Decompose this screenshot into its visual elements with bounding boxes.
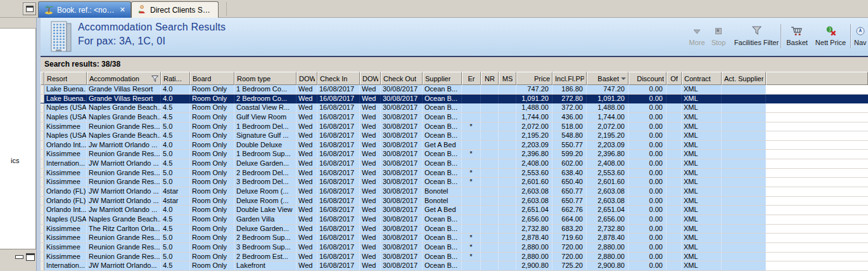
table-row[interactable]: KissimmeeReunion Grande Res...5.0Room On…	[41, 178, 868, 187]
column-header-discount[interactable]: Discount	[629, 72, 667, 85]
cell-price: 2,900.80	[516, 261, 552, 270]
column-header-board[interactable]: Board	[190, 72, 234, 85]
table-row[interactable]: KissimmeeReunion Grande Res...5.0Room On…	[41, 234, 868, 243]
table-row[interactable]: KissimmeeReunion Grande Res...5.0Room On…	[41, 150, 868, 159]
cell-check-in: 16/08/2017	[317, 187, 360, 196]
cell-er: *	[462, 169, 481, 178]
cell-of	[667, 225, 682, 234]
column-header-er[interactable]: Er	[462, 72, 481, 85]
table-row[interactable]: KissimmeeReunion Grande Res...5.0Room On…	[41, 243, 868, 253]
cell-nr	[481, 122, 499, 131]
stop-label: Stop	[712, 39, 726, 46]
table-row[interactable]: Naples (USA)Naples Grande Beach...4.5Roo…	[41, 131, 868, 141]
table-row[interactable]: Internation...JW Marriott Orlando ...4.5…	[41, 159, 868, 169]
cell-board: Room Only	[190, 243, 234, 252]
cell-dow-out: Wed	[360, 215, 381, 224]
table-row[interactable]: Lake Buena...Grande Villas Resort4.0Room…	[41, 95, 868, 104]
column-header-supplier[interactable]: Supplier	[423, 72, 462, 85]
restore-window-icon	[26, 6, 34, 12]
cell-basket: 2,656.00	[587, 215, 629, 224]
table-row[interactable]: Orlando (FL)JW Marriott Orlando ...4star…	[41, 187, 868, 197]
cell-rating: 4.5	[161, 159, 190, 168]
column-header-rating[interactable]: Rati...	[161, 72, 190, 85]
tab-direct-clients-search[interactable]: Direct Clients Search	[131, 1, 219, 18]
cell-check-in: 16/08/2017	[317, 113, 360, 122]
restore-panel-button[interactable]	[23, 3, 36, 15]
cell-rating: 4.5	[161, 131, 190, 140]
facilities-filter-button[interactable]: Facilities Filter	[729, 25, 784, 46]
cell-room-type: 1 Bedroom Del...	[234, 122, 297, 131]
column-header-basket[interactable]: Basket	[587, 72, 629, 85]
column-header-resort[interactable]: Resort	[44, 72, 87, 85]
cell-basket: 2,396.80	[587, 150, 629, 159]
cell-ms	[499, 122, 516, 131]
cell-resort: Kissimmee	[44, 169, 87, 178]
cell-check-out: 30/08/2017	[381, 95, 423, 103]
table-row[interactable]: Internation...JW Marriott Orlando...4.5R…	[41, 261, 868, 271]
cell-ms	[499, 103, 516, 112]
column-header-contract[interactable]: Contract	[682, 72, 722, 85]
nett-price-button[interactable]: Nett Price	[812, 25, 849, 46]
table-row[interactable]: Naples (USA)Naples Grande Beach...4.5Roo…	[41, 103, 868, 113]
cell-act-supplier	[722, 85, 766, 94]
column-header-of[interactable]: Of	[667, 72, 682, 85]
cell-check-in: 16/08/2017	[317, 225, 360, 234]
close-icon[interactable]: ✕	[120, 6, 125, 14]
cell-incl-fl-pp: 186.80	[552, 85, 587, 94]
cell-incl-fl-pp: 720.00	[552, 243, 587, 252]
table-row[interactable]: Lake Buena...Grande Villas Resort4.0Room…	[41, 85, 868, 95]
column-header-price[interactable]: Price	[516, 72, 552, 85]
column-header-ms[interactable]: MS	[499, 72, 516, 85]
cell-dow-out: Wed	[360, 85, 381, 94]
minimize-icon[interactable]	[15, 255, 23, 259]
column-header-dow-out[interactable]: DOW	[360, 72, 381, 85]
table-row[interactable]: Orlando (FL)JW Marriott Orlando ...4star…	[41, 197, 868, 206]
cell-room-type: Deluxe Garden...	[234, 225, 297, 234]
table-row[interactable]: Orlando Int...Jw Marriott Orlando ...4.0…	[41, 141, 868, 150]
table-row[interactable]: KissimmeeReunion Grande Res...5.0Room On…	[41, 253, 868, 262]
table-row[interactable]: KissimmeeReunion Grande Res...5.0Room On…	[41, 169, 868, 178]
column-header-nr[interactable]: NR	[481, 72, 499, 85]
cell-check-in: 16/08/2017	[317, 178, 360, 187]
application-window: Book. ref.: <none> ✕ Direct Clients Sear…	[0, 0, 868, 271]
filter-funnel-icon[interactable]	[151, 76, 158, 82]
table-row[interactable]: Orlando Int...Jw Marriott Orlando ...4.0…	[41, 206, 868, 215]
basket-button[interactable]: Basket	[783, 25, 811, 46]
cell-check-out: 30/08/2017	[381, 103, 423, 112]
cell-resort: Lake Buena...	[44, 85, 87, 94]
cell-nr	[481, 197, 499, 206]
column-header-check-out[interactable]: Check Out	[381, 72, 423, 85]
cell-rating: 4star	[161, 197, 190, 206]
panel-splitter[interactable]	[36, 18, 41, 271]
column-header-room-type[interactable]: Room type	[234, 72, 297, 85]
table-row[interactable]: Naples (USA)Naples Grande Beach...4.5Roo…	[41, 113, 868, 122]
column-header-check-in[interactable]: Check In	[317, 72, 360, 85]
column-header-act-supplier[interactable]: Act. Supplier	[722, 72, 766, 85]
cell-basket: 2,601.60	[587, 178, 629, 187]
cell-nr	[481, 234, 499, 242]
navigate-button[interactable]: Nav	[854, 25, 868, 46]
row-filler	[766, 261, 868, 270]
basket-label: Basket	[786, 39, 808, 46]
cell-supplier: Ocean B...	[423, 103, 462, 112]
column-header-dow-in[interactable]: DOW	[297, 72, 317, 85]
tab-booking-ref[interactable]: Book. ref.: <none> ✕	[38, 1, 131, 18]
table-row[interactable]: KissimmeeThe Ritz Carlton Orla...4.5Room…	[41, 225, 868, 234]
column-header-incl-fl-pp[interactable]: Incl.Fl.PP	[552, 72, 587, 85]
cell-resort: Kissimmee	[44, 150, 87, 159]
maximize-icon[interactable]	[26, 253, 35, 261]
row-filler	[766, 253, 868, 261]
table-row[interactable]: KissimmeeReunion Grande Res...5.0Room On…	[41, 122, 868, 132]
column-header-accommodation[interactable]: Accommodation	[87, 72, 161, 85]
cell-accommodation: The Ritz Carlton Orla...	[87, 225, 161, 234]
table-row[interactable]: Naples (USA)Naples Grande Beach...4.5Roo…	[41, 215, 868, 225]
cell-dow-in: Wed	[297, 234, 317, 242]
row-filler	[766, 243, 868, 252]
cell-supplier: Ocean B...	[423, 178, 462, 187]
cell-incl-fl-pp: 664.00	[552, 215, 587, 224]
cell-rating: 5.0	[161, 243, 190, 252]
cell-basket: 1,488.00	[587, 103, 629, 112]
cell-accommodation: Grande Villas Resort	[87, 95, 161, 103]
cell-of	[667, 261, 682, 270]
cell-dow-out: Wed	[360, 150, 381, 159]
